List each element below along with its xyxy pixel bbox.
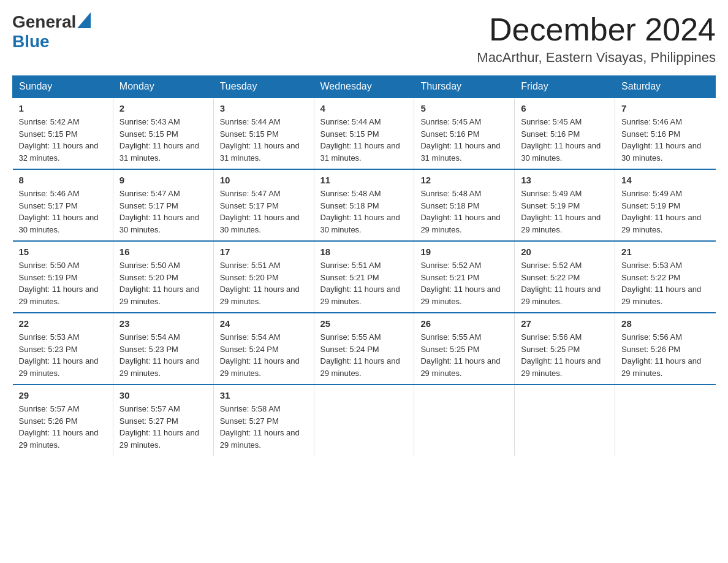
daylight-label: Daylight: 11 hours and 29 minutes. <box>420 213 500 234</box>
sunset-label: Sunset: 5:15 PM <box>320 129 379 139</box>
day-info: Sunrise: 5:58 AM Sunset: 5:27 PM Dayligh… <box>220 403 308 451</box>
day-number: 25 <box>320 318 408 329</box>
sunrise-label: Sunrise: 5:55 AM <box>420 332 481 342</box>
logo-triangle-icon <box>77 12 91 28</box>
sunset-label: Sunset: 5:25 PM <box>521 345 580 354</box>
day-info: Sunrise: 5:56 AM Sunset: 5:25 PM Dayligh… <box>521 331 609 379</box>
sunset-label: Sunset: 5:23 PM <box>19 345 78 354</box>
location-subtitle: MacArthur, Eastern Visayas, Philippines <box>477 50 716 66</box>
day-info: Sunrise: 5:48 AM Sunset: 5:18 PM Dayligh… <box>420 188 508 236</box>
sunset-label: Sunset: 5:23 PM <box>119 345 178 354</box>
day-info: Sunrise: 5:44 AM Sunset: 5:15 PM Dayligh… <box>320 116 408 164</box>
daylight-label: Daylight: 11 hours and 31 minutes. <box>420 141 500 163</box>
day-info: Sunrise: 5:52 AM Sunset: 5:21 PM Dayligh… <box>420 259 508 307</box>
sunrise-label: Sunrise: 5:54 AM <box>119 332 180 342</box>
daylight-label: Daylight: 11 hours and 29 minutes. <box>119 356 199 378</box>
day-info: Sunrise: 5:45 AM Sunset: 5:16 PM Dayligh… <box>420 116 508 164</box>
sunrise-label: Sunrise: 5:50 AM <box>19 261 80 270</box>
day-number: 10 <box>220 175 308 185</box>
day-info: Sunrise: 5:47 AM Sunset: 5:17 PM Dayligh… <box>220 188 308 236</box>
calendar-cell: 16 Sunrise: 5:50 AM Sunset: 5:20 PM Dayl… <box>113 241 213 313</box>
calendar-cell: 26 Sunrise: 5:55 AM Sunset: 5:25 PM Dayl… <box>414 313 515 385</box>
sunset-label: Sunset: 5:17 PM <box>19 201 78 210</box>
day-info: Sunrise: 5:56 AM Sunset: 5:26 PM Dayligh… <box>621 331 709 379</box>
day-info: Sunrise: 5:50 AM Sunset: 5:19 PM Dayligh… <box>19 259 107 307</box>
daylight-label: Daylight: 11 hours and 29 minutes. <box>621 356 701 378</box>
calendar-cell: 29 Sunrise: 5:57 AM Sunset: 5:26 PM Dayl… <box>13 385 113 456</box>
header-wednesday: Wednesday <box>314 76 414 98</box>
sunset-label: Sunset: 5:24 PM <box>220 345 279 354</box>
sunset-label: Sunset: 5:19 PM <box>521 201 580 210</box>
day-number: 8 <box>19 175 107 185</box>
sunrise-label: Sunrise: 5:53 AM <box>621 261 682 270</box>
daylight-label: Daylight: 11 hours and 29 minutes. <box>220 428 300 450</box>
calendar-header-row: SundayMondayTuesdayWednesdayThursdayFrid… <box>13 76 716 98</box>
daylight-label: Daylight: 11 hours and 29 minutes. <box>320 285 400 306</box>
sunset-label: Sunset: 5:16 PM <box>621 129 680 139</box>
calendar-table: SundayMondayTuesdayWednesdayThursdayFrid… <box>12 75 716 456</box>
sunset-label: Sunset: 5:15 PM <box>19 129 78 139</box>
sunrise-label: Sunrise: 5:48 AM <box>320 189 381 198</box>
header-friday: Friday <box>515 76 615 98</box>
day-info: Sunrise: 5:44 AM Sunset: 5:15 PM Dayligh… <box>220 116 308 164</box>
sunrise-label: Sunrise: 5:45 AM <box>521 117 582 126</box>
daylight-label: Daylight: 11 hours and 29 minutes. <box>220 356 300 378</box>
calendar-cell: 11 Sunrise: 5:48 AM Sunset: 5:18 PM Dayl… <box>314 169 414 241</box>
calendar-cell: 30 Sunrise: 5:57 AM Sunset: 5:27 PM Dayl… <box>113 385 213 456</box>
calendar-cell: 18 Sunrise: 5:51 AM Sunset: 5:21 PM Dayl… <box>314 241 414 313</box>
day-info: Sunrise: 5:46 AM Sunset: 5:16 PM Dayligh… <box>621 116 709 164</box>
day-number: 21 <box>621 247 709 257</box>
day-number: 19 <box>420 247 508 257</box>
daylight-label: Daylight: 11 hours and 29 minutes. <box>521 356 601 378</box>
day-number: 5 <box>420 103 508 113</box>
daylight-label: Daylight: 11 hours and 29 minutes. <box>119 285 199 306</box>
calendar-cell: 28 Sunrise: 5:56 AM Sunset: 5:26 PM Dayl… <box>615 313 716 385</box>
day-info: Sunrise: 5:51 AM Sunset: 5:20 PM Dayligh… <box>220 259 308 307</box>
calendar-cell: 24 Sunrise: 5:54 AM Sunset: 5:24 PM Dayl… <box>213 313 314 385</box>
calendar-week-row: 15 Sunrise: 5:50 AM Sunset: 5:19 PM Dayl… <box>13 241 716 313</box>
sunrise-label: Sunrise: 5:49 AM <box>621 189 682 198</box>
day-number: 24 <box>220 318 308 329</box>
calendar-cell: 8 Sunrise: 5:46 AM Sunset: 5:17 PM Dayli… <box>13 169 113 241</box>
day-number: 1 <box>19 103 107 113</box>
calendar-cell: 6 Sunrise: 5:45 AM Sunset: 5:16 PM Dayli… <box>515 98 615 169</box>
sunrise-label: Sunrise: 5:45 AM <box>420 117 481 126</box>
calendar-cell <box>314 385 414 456</box>
day-number: 12 <box>420 175 508 185</box>
logo-general-text: General <box>12 12 76 32</box>
header-tuesday: Tuesday <box>213 76 314 98</box>
page-header: General Blue December 2024 MacArthur, Ea… <box>12 12 716 66</box>
day-number: 3 <box>220 103 308 113</box>
calendar-cell: 19 Sunrise: 5:52 AM Sunset: 5:21 PM Dayl… <box>414 241 515 313</box>
day-info: Sunrise: 5:50 AM Sunset: 5:20 PM Dayligh… <box>119 259 207 307</box>
daylight-label: Daylight: 11 hours and 29 minutes. <box>119 428 199 450</box>
daylight-label: Daylight: 11 hours and 32 minutes. <box>19 141 99 163</box>
sunrise-label: Sunrise: 5:46 AM <box>19 189 80 198</box>
calendar-cell: 1 Sunrise: 5:42 AM Sunset: 5:15 PM Dayli… <box>13 98 113 169</box>
sunrise-label: Sunrise: 5:46 AM <box>621 117 682 126</box>
day-number: 18 <box>320 247 408 257</box>
sunset-label: Sunset: 5:21 PM <box>320 273 379 282</box>
day-number: 16 <box>119 247 207 257</box>
sunrise-label: Sunrise: 5:57 AM <box>19 404 80 413</box>
day-number: 13 <box>521 175 609 185</box>
sunset-label: Sunset: 5:15 PM <box>119 129 178 139</box>
day-info: Sunrise: 5:47 AM Sunset: 5:17 PM Dayligh… <box>119 188 207 236</box>
daylight-label: Daylight: 11 hours and 29 minutes. <box>19 428 99 450</box>
day-number: 4 <box>320 103 408 113</box>
day-number: 29 <box>19 390 107 400</box>
sunrise-label: Sunrise: 5:44 AM <box>320 117 381 126</box>
calendar-cell: 5 Sunrise: 5:45 AM Sunset: 5:16 PM Dayli… <box>414 98 515 169</box>
day-number: 26 <box>420 318 508 329</box>
daylight-label: Daylight: 11 hours and 29 minutes. <box>220 285 300 306</box>
sunrise-label: Sunrise: 5:49 AM <box>521 189 582 198</box>
sunset-label: Sunset: 5:16 PM <box>420 129 479 139</box>
sunrise-label: Sunrise: 5:47 AM <box>119 189 180 198</box>
sunrise-label: Sunrise: 5:50 AM <box>119 261 180 270</box>
daylight-label: Daylight: 11 hours and 30 minutes. <box>220 213 300 234</box>
sunrise-label: Sunrise: 5:43 AM <box>119 117 180 126</box>
calendar-cell: 15 Sunrise: 5:50 AM Sunset: 5:19 PM Dayl… <box>13 241 113 313</box>
day-number: 11 <box>320 175 408 185</box>
daylight-label: Daylight: 11 hours and 29 minutes. <box>420 285 500 306</box>
calendar-week-row: 1 Sunrise: 5:42 AM Sunset: 5:15 PM Dayli… <box>13 98 716 169</box>
